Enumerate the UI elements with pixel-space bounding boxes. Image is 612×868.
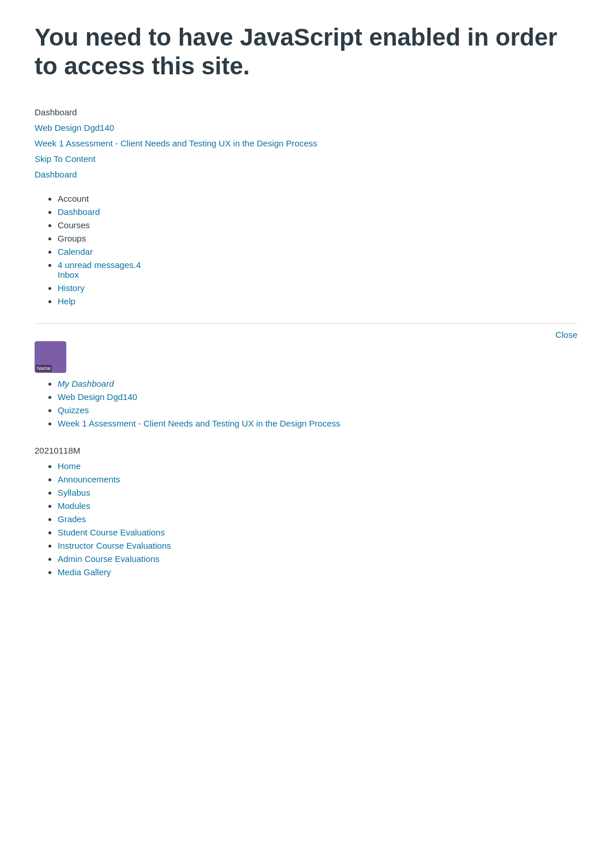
global-nav: Account Dashboard Courses Groups Calenda…	[35, 194, 577, 306]
nav-item-help[interactable]: Help	[58, 296, 577, 306]
course-nav-item-student-evals[interactable]: Student Course Evaluations	[58, 527, 577, 537]
course-nav-link-announcements[interactable]: Announcements	[58, 474, 120, 484]
course-nav-link-student-evals[interactable]: Student Course Evaluations	[58, 527, 165, 537]
nav-item-inbox[interactable]: 4 unread messages.4Inbox	[58, 260, 577, 280]
course-nav-item-media-gallery[interactable]: Media Gallery	[58, 567, 577, 577]
panel-nav-item-quizzes[interactable]: Quizzes	[58, 405, 577, 415]
nav-item-courses: Courses	[58, 220, 577, 230]
breadcrumb-item-dashboard-link[interactable]: Dashboard	[35, 167, 577, 182]
panel-nav-item-mydashboard[interactable]: My Dashboard	[58, 379, 577, 388]
breadcrumb-item-webdesign[interactable]: Web Design Dgd140	[35, 120, 577, 135]
js-warning-section: You need to have JavaScript enabled in o…	[35, 23, 577, 81]
nav-item-courses-label: Courses	[58, 220, 90, 230]
breadcrumb: Dashboard Web Design Dgd140 Week 1 Asses…	[35, 104, 577, 182]
course-nav-link-grades[interactable]: Grades	[58, 514, 86, 524]
breadcrumb-item-skip[interactable]: Skip To Content	[35, 151, 577, 167]
nav-link-calendar[interactable]: Calendar	[58, 247, 93, 256]
course-nav-link-modules[interactable]: Modules	[58, 501, 90, 511]
course-nav-link-syllabus[interactable]: Syllabus	[58, 488, 90, 497]
course-navigation: Home Announcements Syllabus Modules Grad…	[35, 461, 577, 577]
course-nav-item-grades[interactable]: Grades	[58, 514, 577, 524]
nav-item-calendar[interactable]: Calendar	[58, 247, 577, 256]
avatar-label: Name	[36, 365, 52, 372]
nav-item-dashboard[interactable]: Dashboard	[58, 207, 577, 217]
panel-navigation: My Dashboard Web Design Dgd140 Quizzes W…	[35, 379, 577, 428]
nav-link-help[interactable]: Help	[58, 296, 75, 306]
tray-panel: Close Name My Dashboard Web Design Dgd14…	[35, 323, 577, 428]
course-id-label: 20210118M	[35, 446, 80, 455]
panel-nav-link-mydashboard[interactable]: My Dashboard	[58, 379, 114, 388]
panel-nav-item-week1[interactable]: Week 1 Assessment - Client Needs and Tes…	[58, 418, 577, 428]
course-nav-item-instructor-evals[interactable]: Instructor Course Evaluations	[58, 541, 577, 550]
course-nav-item-modules[interactable]: Modules	[58, 501, 577, 511]
breadcrumb-item-dashboard-plain: Dashboard	[35, 104, 577, 120]
course-nav-link-admin-evals[interactable]: Admin Course Evaluations	[58, 554, 160, 564]
panel-nav-link-week1[interactable]: Week 1 Assessment - Client Needs and Tes…	[58, 418, 341, 428]
course-id: 20210118M	[35, 446, 577, 455]
panel-nav-link-webdesign[interactable]: Web Design Dgd140	[58, 392, 137, 402]
nav-link-dashboard[interactable]: Dashboard	[58, 207, 100, 217]
nav-item-groups-label: Groups	[58, 233, 86, 243]
page-warning-heading: You need to have JavaScript enabled in o…	[35, 23, 577, 81]
course-nav-item-admin-evals[interactable]: Admin Course Evaluations	[58, 554, 577, 564]
course-nav-link-instructor-evals[interactable]: Instructor Course Evaluations	[58, 541, 171, 550]
course-nav-item-syllabus[interactable]: Syllabus	[58, 488, 577, 497]
panel-nav-item-webdesign[interactable]: Web Design Dgd140	[58, 392, 577, 402]
course-nav-item-home[interactable]: Home	[58, 461, 577, 471]
nav-link-inbox[interactable]: 4 unread messages.4Inbox	[58, 260, 141, 280]
course-nav-link-media-gallery[interactable]: Media Gallery	[58, 567, 111, 577]
breadcrumb-item-week1[interactable]: Week 1 Assessment - Client Needs and Tes…	[35, 135, 577, 151]
course-nav-item-announcements[interactable]: Announcements	[58, 474, 577, 484]
nav-item-account: Account	[58, 194, 577, 203]
nav-item-groups: Groups	[58, 233, 577, 243]
avatar: Name	[35, 341, 66, 373]
nav-link-history[interactable]: History	[58, 283, 85, 293]
nav-item-history[interactable]: History	[58, 283, 577, 293]
panel-nav-link-quizzes[interactable]: Quizzes	[58, 405, 89, 415]
nav-item-account-label: Account	[58, 194, 89, 203]
course-nav-link-home[interactable]: Home	[58, 461, 81, 471]
close-button[interactable]: Close	[556, 330, 577, 339]
